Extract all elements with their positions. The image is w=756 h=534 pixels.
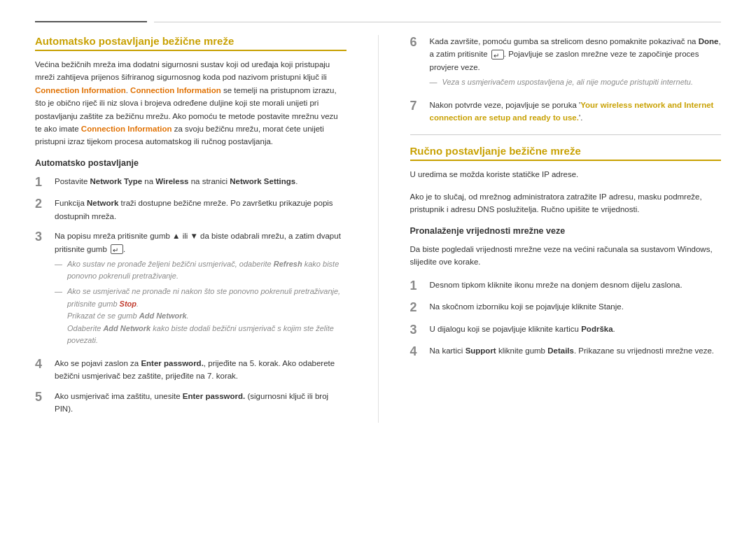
right-intro2: Ako je to slučaj, od mrežnog administrat…	[410, 190, 722, 216]
step-7-content: Nakon potvrde veze, pojavljuje se poruka…	[430, 99, 722, 125]
step6-note-text: Veza s usmjerivačem uspostavljena je, al…	[442, 76, 694, 89]
step-7: 7 Nakon potvrde veze, pojavljuje se poru…	[410, 99, 722, 125]
step-6-num: 6	[410, 35, 430, 50]
intro-text-1: Većina bežičnih mreža ima dodatni sigurn…	[35, 60, 330, 81]
manual-step4-details: Details	[547, 346, 574, 355]
left-section-title: Automatsko postavljanje bežične mreže	[35, 35, 346, 51]
step3-text: Na popisu mreža pritisnite gumb ▲ ili ▼ …	[55, 232, 341, 253]
step-3-num: 3	[35, 230, 55, 245]
rule-left	[35, 21, 147, 22]
step-6-content: Kada završite, pomoću gumba sa strelicom…	[430, 35, 722, 92]
step5-bold1: Enter password.	[183, 392, 245, 400]
right-section-title: Ručno postavljanje bežične mreže	[410, 145, 722, 161]
intro-highlight-ci: Connection Information	[130, 86, 221, 94]
step-1-content: Postavite Network Type na Wireless na st…	[55, 175, 346, 188]
top-rule	[35, 21, 721, 22]
intro-highlight-2: Connection Information	[81, 125, 172, 133]
main-content: Automatsko postavljanje bežične mreže Ve…	[35, 35, 721, 423]
step-4-content: Ako se pojavi zaslon za Enter password.,…	[55, 357, 346, 383]
step-2: 2 Funkcija Network traži dostupne bežičn…	[35, 197, 346, 223]
column-divider	[378, 35, 379, 423]
manual-step3-bold: Podrška	[581, 325, 612, 333]
intro-paragraph: Većina bežičnih mreža ima dodatni sigurn…	[35, 58, 346, 148]
step-1-num: 1	[35, 175, 55, 190]
manual-steps-list: 1 Desnom tipkom kliknite ikonu mreže na …	[410, 279, 722, 360]
manual-step-1: 1 Desnom tipkom kliknite ikonu mreže na …	[410, 279, 722, 294]
step-6: 6 Kada završite, pomoću gumba sa strelic…	[410, 35, 722, 92]
left-column: Automatsko postavljanje bežične mreže Ve…	[35, 35, 346, 423]
step-2-content: Funkcija Network traži dostupne bežične …	[55, 197, 346, 223]
step3-stop: Stop	[120, 300, 136, 308]
step1-bold2: Wireless	[155, 177, 188, 185]
manual-step-1-content: Desnom tipkom kliknite ikonu mreže na do…	[430, 279, 722, 291]
step4-bold1: Enter password.	[141, 359, 203, 367]
manual-step-1-num: 1	[410, 279, 430, 294]
enter-icon	[111, 244, 123, 254]
manual-step-4: 4 Na kartici Support kliknite gumb Detai…	[410, 344, 722, 360]
step-4: 4 Ako se pojavi zaslon za Enter password…	[35, 357, 346, 383]
step-4-num: 4	[35, 357, 55, 372]
right-intro1: U uredima se možda koriste statičke IP a…	[410, 168, 722, 181]
step3-addnet2: Add Network	[103, 324, 150, 332]
manual-step-4-num: 4	[410, 344, 430, 360]
step3-refresh: Refresh	[274, 260, 302, 268]
manual-step-2-num: 2	[410, 300, 430, 316]
right-column: 6 Kada završite, pomoću gumba sa strelic…	[410, 35, 722, 423]
step3-addnet1: Add Network	[139, 311, 187, 320]
section-separator	[410, 134, 722, 135]
step-5-num: 5	[35, 390, 55, 405]
step-5-content: Ako usmjerivač ima zaštitu, unesite Ente…	[55, 390, 346, 416]
step2-bold1: Network	[87, 199, 118, 207]
step6-note: Veza s usmjerivačem uspostavljena je, al…	[430, 76, 722, 89]
manual-step-2: 2 Na skočnom izborniku koji se pojavljuj…	[410, 300, 722, 316]
step3-note1-text: Ako sustav ne pronađe željeni bežični us…	[67, 258, 346, 283]
find-values-intro: Da biste pogledali vrijednosti mrežne ve…	[410, 243, 722, 269]
manual-step-3-num: 3	[410, 323, 430, 338]
step-3-content: Na popisu mreža pritisnite gumb ▲ ili ▼ …	[55, 230, 346, 350]
step-1: 1 Postavite Network Type na Wireless na …	[35, 175, 346, 190]
step6-enter-icon	[491, 50, 504, 59]
step-3: 3 Na popisu mreža pritisnite gumb ▲ ili …	[35, 230, 346, 350]
find-values-subtitle: Pronalaženje vrijednosti mrežne veze	[410, 226, 722, 236]
auto-setup-subtitle: Automatsko postavljanje	[35, 158, 346, 168]
step1-bold3: Network Settings	[230, 177, 295, 185]
step3-sub2: Odaberite Add Network kako biste dodali …	[67, 324, 334, 345]
step7-bold: Your wireless network and Internet conne…	[430, 101, 714, 122]
manual-step-2-content: Na skočnom izborniku koji se pojavljuje …	[430, 300, 722, 313]
manual-step-3: 3 U dijalogu koji se pojavljuje kliknite…	[410, 323, 722, 338]
step3-note2: Ako se usmjerivač ne pronađe ni nakon št…	[55, 286, 346, 347]
auto-setup-list: 1 Postavite Network Type na Wireless na …	[35, 175, 346, 416]
step1-bold1: Network Type	[90, 177, 143, 185]
step6-done: Done	[699, 37, 719, 45]
step3-sub1: Prikazat će se gumb Add Network.	[67, 311, 189, 320]
step-2-num: 2	[35, 197, 55, 212]
step-7-num: 7	[410, 99, 430, 114]
intro-highlight-1: Connection Information	[35, 86, 126, 94]
manual-step-3-content: U dijalogu koji se pojavljuje kliknite k…	[430, 323, 722, 335]
rule-right	[154, 22, 721, 22]
step3-note1: Ako sustav ne pronađe željeni bežični us…	[55, 258, 346, 283]
step3-note2-text: Ako se usmjerivač ne pronađe ni nakon št…	[67, 286, 346, 347]
manual-step4-support: Support	[465, 346, 496, 355]
manual-step-4-content: Na kartici Support kliknite gumb Details…	[430, 344, 722, 357]
step-5: 5 Ako usmjerivač ima zaštitu, unesite En…	[35, 390, 346, 416]
